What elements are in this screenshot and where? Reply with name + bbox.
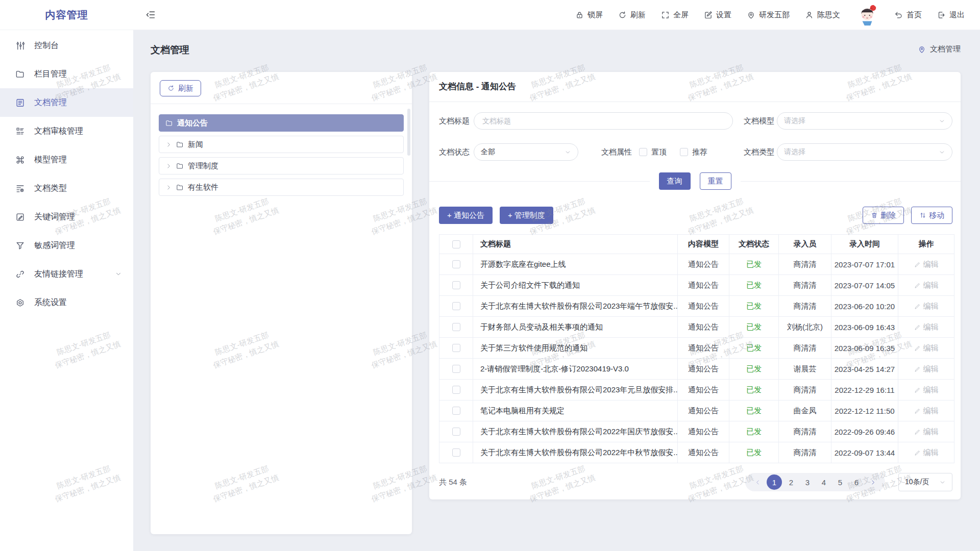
- header-username[interactable]: 陈思文: [805, 10, 840, 20]
- page-button[interactable]: 1: [767, 474, 782, 490]
- sidebar-item-document-management[interactable]: 文档管理: [0, 88, 133, 117]
- delete-button[interactable]: 删除: [863, 207, 904, 224]
- sidebar-item-column-management[interactable]: 栏目管理: [0, 60, 133, 88]
- page-size-select[interactable]: 10条/页: [898, 473, 952, 491]
- edit-button[interactable]: 编辑: [914, 302, 939, 311]
- header-action-fullscreen[interactable]: 全屏: [661, 10, 689, 20]
- sidebar-item-model-management[interactable]: 模型管理: [0, 145, 133, 174]
- chevron-down-icon: [115, 270, 122, 278]
- attr-recommend-option: 推荐: [680, 143, 707, 161]
- tree-node-news[interactable]: 新闻: [159, 136, 404, 153]
- attr-recommend-checkbox[interactable]: [680, 148, 688, 156]
- edit-button[interactable]: 编辑: [914, 281, 939, 290]
- reset-button[interactable]: 重置: [700, 172, 731, 190]
- table-row: 关于第三方软件使用规范的通知 通知公告 已发 商清清 2023-06-09 16…: [439, 337, 954, 358]
- row-checkbox[interactable]: [452, 448, 460, 457]
- collapse-icon: [145, 10, 156, 20]
- prev-page-button[interactable]: [750, 474, 765, 490]
- edit-button[interactable]: 编辑: [914, 343, 939, 353]
- category-panel: 刷新 通知公告 新闻 管理制度: [151, 72, 412, 534]
- move-button[interactable]: 移动: [911, 207, 952, 224]
- edit-button[interactable]: 编辑: [914, 406, 939, 416]
- doc-status-cell: 已发: [729, 359, 779, 379]
- row-checkbox[interactable]: [452, 344, 460, 352]
- tree-node-policies[interactable]: 管理制度: [159, 157, 404, 174]
- row-checkbox[interactable]: [452, 260, 460, 268]
- header-action-lock-screen[interactable]: 锁屏: [575, 10, 603, 20]
- tree-refresh-button[interactable]: 刷新: [160, 80, 201, 96]
- sidebar-item-system-settings[interactable]: 系统设置: [0, 288, 133, 317]
- doc-title-input[interactable]: [474, 112, 733, 130]
- row-checkbox[interactable]: [452, 323, 460, 331]
- table-row: 于财务部人员变动及相关事项的通知 通知公告 已发 刘杨(北京) 2023-06-…: [439, 316, 954, 337]
- row-checkbox[interactable]: [452, 428, 460, 436]
- row-checkbox[interactable]: [452, 365, 460, 373]
- select-all-checkbox[interactable]: [452, 240, 460, 248]
- document-icon: [15, 98, 25, 108]
- folder-icon: [165, 119, 173, 127]
- chevron-down-icon: [939, 479, 946, 486]
- pencil-icon: [914, 324, 921, 331]
- scrollbar-thumb[interactable]: [407, 109, 410, 156]
- doc-model-cell: 通知公告: [678, 338, 729, 358]
- sidebar-item-keyword-management[interactable]: 关键词管理: [0, 203, 133, 231]
- tree-node-notice[interactable]: 通知公告: [159, 114, 404, 132]
- doc-time-cell: 2022-12-29 16:11: [831, 380, 898, 400]
- header-action-home[interactable]: 首页: [894, 10, 922, 20]
- col-operator: 录入员: [779, 235, 831, 254]
- page-button[interactable]: 3: [800, 474, 815, 490]
- doc-status-select[interactable]: 全部: [474, 143, 578, 161]
- page-button[interactable]: 6: [849, 474, 864, 490]
- tree-node-yousheng-software[interactable]: 有生软件: [159, 179, 404, 196]
- header-action-logout[interactable]: 退出: [937, 10, 965, 20]
- table-row: 关于北京有生博大软件股份有限公司2023年元旦放假安排... 通知公告 已发 商…: [439, 379, 954, 400]
- add-policy-button[interactable]: + 管理制度: [500, 207, 553, 224]
- page-button[interactable]: 4: [817, 474, 831, 490]
- search-button[interactable]: 查询: [659, 172, 691, 190]
- attr-top-checkbox[interactable]: [639, 148, 647, 156]
- table-row: 关于北京有生博大软件股份有限公司2022年国庆节放假安... 通知公告 已发 商…: [439, 421, 954, 442]
- edit-button[interactable]: 编辑: [914, 364, 939, 374]
- header-department[interactable]: 研发五部: [747, 10, 790, 20]
- pencil-icon: [914, 261, 921, 268]
- sidebar-item-friendly-links[interactable]: 友情链接管理: [0, 260, 133, 288]
- doc-type-select[interactable]: 请选择: [777, 143, 952, 161]
- edit-button[interactable]: 编辑: [914, 448, 939, 458]
- page-button[interactable]: 5: [833, 474, 847, 490]
- sidebar-item-document-audit[interactable]: 文档审核管理: [0, 117, 133, 145]
- sidebar-item-sensitive-words[interactable]: 敏感词管理: [0, 231, 133, 260]
- header-action-settings[interactable]: 设置: [704, 10, 731, 20]
- add-notice-button[interactable]: + 通知公告: [439, 207, 493, 224]
- doc-model-cell: 通知公告: [678, 359, 729, 379]
- doc-time-cell: 2023-04-25 14:27: [831, 359, 898, 379]
- edit-button[interactable]: 编辑: [914, 385, 939, 395]
- sidebar-item-document-type[interactable]: 文档类型: [0, 174, 133, 203]
- trash-icon: [871, 212, 878, 219]
- row-checkbox[interactable]: [452, 386, 460, 394]
- row-checkbox[interactable]: [452, 407, 460, 415]
- edit-button[interactable]: 编辑: [914, 260, 939, 269]
- doc-operator-cell: 刘杨(北京): [779, 317, 831, 337]
- pagination: 1 2 3 4 5 6: [745, 473, 885, 491]
- table-row: 笔记本电脑租用有关规定 通知公告 已发 曲金凤 2022-12-12 11:50…: [439, 400, 954, 421]
- doc-actions-cell: 编辑: [898, 359, 954, 379]
- doc-operator-cell: 商清清: [779, 380, 831, 400]
- edit-button[interactable]: 编辑: [914, 427, 939, 437]
- row-checkbox[interactable]: [452, 302, 460, 310]
- page-button[interactable]: 2: [784, 474, 798, 490]
- row-checkbox[interactable]: [452, 281, 460, 289]
- sidebar-collapse-button[interactable]: [145, 10, 156, 20]
- col-content-model: 内容模型: [678, 235, 729, 254]
- header-action-refresh[interactable]: 刷新: [618, 10, 646, 20]
- doc-actions-cell: 编辑: [898, 317, 954, 337]
- sidebar-item-console[interactable]: 控制台: [0, 31, 133, 60]
- table-header: 文档标题 内容模型 文档状态 录入员 录入时间 操作: [439, 235, 954, 254]
- user-avatar[interactable]: [855, 3, 879, 27]
- doc-title-cell: 关于北京有生博大软件股份有限公司2022年中秋节放假安...: [473, 442, 678, 463]
- next-page-button[interactable]: [866, 474, 880, 490]
- divider: [151, 104, 412, 104]
- document-panel: 文档信息 - 通知公告 文档标题 文档模型 请选择 文档状态 全部 文档属性 置…: [429, 72, 961, 499]
- doc-model-select[interactable]: 请选择: [777, 112, 952, 130]
- edit-button[interactable]: 编辑: [914, 322, 939, 332]
- refresh-icon: [618, 11, 627, 19]
